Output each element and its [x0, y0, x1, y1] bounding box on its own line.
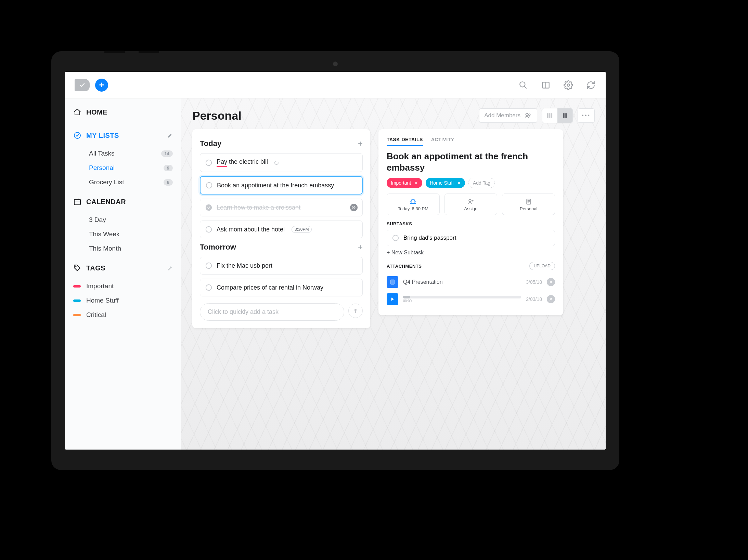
- search-button[interactable]: [518, 80, 528, 90]
- sidebar-item-label: This Month: [89, 245, 121, 252]
- sidebar-calendar-3-day[interactable]: 3 Day: [73, 213, 173, 227]
- tag-swatch: [73, 285, 81, 288]
- subtask-checkbox[interactable]: [392, 234, 399, 242]
- task-card[interactable]: Compare prices of car rental in Norway: [200, 279, 363, 296]
- task-details-panel: TASK DETAILS ACTIVITY Book an appotiment…: [378, 129, 563, 315]
- sidebar-calendar-label: CALENDAR: [86, 198, 126, 206]
- svg-point-22: [206, 263, 212, 269]
- settings-button[interactable]: [563, 80, 573, 90]
- more-button[interactable]: •••: [578, 108, 595, 123]
- sidebar-home[interactable]: HOME: [73, 108, 173, 116]
- add-tag-button[interactable]: Add Tag: [468, 178, 495, 188]
- page-title: Personal: [192, 109, 242, 122]
- task-card[interactable]: Ask mom about the hotel3:30PM: [200, 221, 363, 238]
- delete-attachment-button[interactable]: ✕: [547, 295, 555, 303]
- content-area: Personal Add Members: [181, 98, 606, 450]
- svg-point-32: [393, 235, 399, 241]
- panels-icon: [541, 81, 551, 90]
- sidebar-item-personal[interactable]: Personal9: [73, 161, 173, 175]
- assign-icon: [466, 198, 475, 205]
- task-card[interactable]: Book an appotiment at the french embassy: [200, 176, 363, 195]
- edit-lists-icon[interactable]: [167, 133, 173, 138]
- meta-assign[interactable]: Assign: [444, 194, 498, 215]
- subtask-row[interactable]: Bring dad's passport: [387, 230, 555, 246]
- sync-icon: [586, 81, 595, 90]
- audio-progress[interactable]: [403, 296, 521, 298]
- upload-button[interactable]: UPLOAD: [529, 262, 555, 270]
- meta-list-label: Personal: [504, 206, 553, 211]
- add-members-button[interactable]: Add Members: [479, 108, 537, 123]
- svg-marker-35: [391, 297, 394, 301]
- sidebar-tag-home-stuff[interactable]: Home Stuff: [65, 293, 181, 308]
- loading-icon: [274, 160, 279, 165]
- dismiss-task-button[interactable]: ✕: [350, 204, 358, 211]
- attachment-thumb-audio[interactable]: [387, 293, 398, 305]
- attachment-row[interactable]: Q4 Presentation 3/05/18 ✕: [387, 274, 555, 291]
- quick-add-input[interactable]: Click to quickly add a task: [200, 303, 344, 321]
- tab-task-details[interactable]: TASK DETAILS: [387, 137, 423, 146]
- sidebar-home-label: HOME: [86, 108, 107, 116]
- view-split-button[interactable]: [557, 108, 572, 123]
- panels-button[interactable]: [541, 80, 551, 90]
- remove-tag-icon[interactable]: ✕: [414, 181, 418, 186]
- columns-icon: [546, 112, 553, 119]
- quick-add-submit[interactable]: [348, 304, 363, 318]
- meta-list[interactable]: Personal: [502, 194, 555, 215]
- app-screen: +: [65, 72, 606, 450]
- details-tabs: TASK DETAILS ACTIVITY: [387, 137, 555, 146]
- sidebar-calendar-this-week[interactable]: This Week: [73, 227, 173, 241]
- svg-rect-6: [74, 199, 80, 205]
- task-checkbox[interactable]: [205, 182, 213, 189]
- app-logo-badge[interactable]: [75, 79, 90, 91]
- sidebar-tag-important[interactable]: Important: [65, 279, 181, 293]
- remove-tag-icon[interactable]: ✕: [457, 181, 461, 186]
- sidebar-item-grocery-list[interactable]: Grocery List6: [73, 175, 173, 189]
- tablet-camera: [333, 62, 338, 66]
- tag-pill-home-stuff[interactable]: Home Stuff ✕: [426, 178, 465, 188]
- task-card[interactable]: Pay the electric bill: [200, 153, 363, 172]
- tag-pill-important[interactable]: Important ✕: [387, 178, 422, 188]
- sidebar-mylists[interactable]: MY LISTS: [73, 131, 173, 139]
- tab-activity[interactable]: ACTIVITY: [431, 137, 454, 146]
- delete-attachment-button[interactable]: ✕: [547, 278, 555, 286]
- task-checkbox[interactable]: [205, 284, 212, 291]
- sidebar-tags-label: TAGS: [86, 264, 105, 272]
- sidebar-calendar[interactable]: CALENDAR: [73, 198, 173, 206]
- svg-point-25: [469, 199, 471, 202]
- task-card[interactable]: Learn how to make a croissant✕: [200, 199, 363, 216]
- view-switch: [542, 108, 573, 123]
- svg-point-4: [567, 84, 570, 86]
- task-card[interactable]: Fix the Mac usb port: [200, 257, 363, 275]
- svg-point-21: [206, 227, 212, 232]
- sidebar-item-all-tasks[interactable]: All Tasks14: [73, 146, 173, 161]
- task-checkbox[interactable]: [205, 262, 212, 269]
- sidebar-tag-critical[interactable]: Critical: [65, 308, 181, 322]
- add-task-tomorrow-button[interactable]: +: [358, 242, 363, 252]
- gear-icon: [564, 80, 573, 90]
- attachment-thumb-doc: [387, 276, 398, 288]
- task-checkbox[interactable]: [205, 226, 212, 233]
- meta-reminder[interactable]: Today, 6:30 PM: [387, 194, 440, 215]
- sync-button[interactable]: [586, 80, 596, 90]
- task-checkbox[interactable]: [205, 159, 212, 166]
- tag-label: Important: [86, 282, 114, 290]
- svg-point-19: [206, 183, 212, 188]
- bell-icon: [409, 198, 417, 205]
- tablet-frame: +: [51, 51, 619, 470]
- attachment-row[interactable]: 00:00 2/03/18 ✕: [387, 291, 555, 308]
- task-text: Learn how to make a croissant: [217, 204, 300, 211]
- sidebar-calendar-this-month[interactable]: This Month: [73, 241, 173, 256]
- add-task-today-button[interactable]: +: [358, 139, 363, 148]
- sidebar-tags[interactable]: TAGS: [73, 264, 173, 272]
- home-icon: [73, 108, 81, 116]
- new-subtask-button[interactable]: + New Subtask: [387, 250, 555, 256]
- task-checkbox[interactable]: [205, 204, 212, 211]
- view-columns-button[interactable]: [542, 108, 557, 123]
- edit-tags-icon[interactable]: [167, 265, 173, 271]
- tag-label: Home Stuff: [86, 297, 119, 304]
- attachment-date: 2/03/18: [526, 296, 542, 302]
- new-task-button[interactable]: +: [95, 79, 108, 92]
- search-icon: [519, 81, 528, 90]
- attachment-date: 3/05/18: [526, 279, 542, 285]
- svg-rect-33: [391, 280, 395, 284]
